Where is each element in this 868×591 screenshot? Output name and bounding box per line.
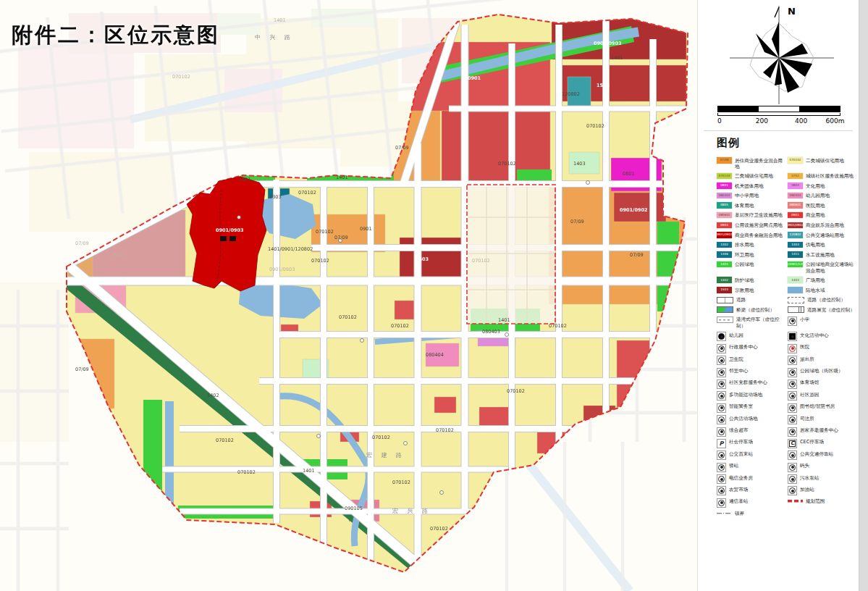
parcel-label: 1401 [611, 55, 623, 61]
legend-label: 公园绿地（街区级） [800, 368, 843, 374]
legend-label: 驿站 [729, 463, 738, 469]
parcel-label: 070102 [436, 427, 454, 433]
legend-label: 排水用地 [735, 242, 754, 248]
legend-label: 文化活动中心 [800, 332, 829, 338]
parcel-label: 070102 [498, 161, 516, 167]
parcel-label: 07/09 [570, 219, 584, 225]
legend-entry: 港湾式停车（虚位控制） [717, 317, 786, 329]
party-mass-center-icon [717, 380, 726, 389]
legend-label: 社会停车场 [729, 439, 753, 445]
legend-entry: 码头 [788, 463, 856, 472]
legend-row: 公交首末站公共交通停靠站 [717, 450, 854, 460]
legend-entry: 综合超市 [717, 427, 786, 437]
parcel-label: 07/09 [334, 235, 348, 240]
parcel-label: 07/09 [75, 366, 89, 372]
legend-title: 图例 [717, 136, 854, 150]
legend-label: 幼儿园用地 [806, 193, 830, 199]
highlighted-parcel[interactable] [187, 177, 266, 291]
parcel-label: 1401 [498, 317, 510, 323]
legend-entry: 公共活动场地 [717, 415, 786, 424]
legend-label: 陆地水域 [806, 287, 825, 293]
north-arrow [720, 3, 838, 109]
legend-label: 医院用地 [806, 202, 825, 209]
legend-entry: 邻里中心 [717, 368, 786, 377]
parcel-label: 070102 [172, 74, 190, 80]
legend-row: 幼儿园文化活动中心 [717, 332, 854, 341]
parcel-label: 1401 [239, 177, 251, 183]
legend-entry: 派出所 [788, 356, 856, 365]
telecom-office-icon [717, 474, 726, 484]
community-garden-icon [788, 391, 797, 401]
legend-entry: 公共交通停靠站 [788, 450, 856, 460]
legend-label: 码头 [800, 463, 809, 469]
police-station-icon [788, 356, 797, 365]
school-icon [788, 317, 797, 326]
legend-swatch: 0801 [717, 183, 732, 189]
legend-entry: 0702城镇社区服务设施用地 [788, 173, 856, 180]
legend-swatch: 1503 [717, 287, 732, 293]
scope-line-symbol [788, 498, 803, 505]
cec-parking-icon [788, 439, 797, 448]
legend-entry: 幼儿园 [717, 332, 786, 341]
parcel-label: 070102 [237, 469, 256, 475]
parcel-label: 070102 [472, 258, 490, 264]
parcel-label: 1401/0901/120802 [268, 246, 313, 252]
legend-row: 智能警务室图书馆/智慧书房 [717, 403, 854, 413]
parcel-label: 07/09 [75, 240, 89, 246]
legend-label: 港湾式停车（虚位控制） [736, 317, 786, 329]
legend-label: 通信基站 [729, 498, 748, 505]
legend-row: 1503宗教用地陆地水域 [717, 287, 854, 293]
legend-row: 1302排水用地1303供电用地 [717, 242, 854, 248]
legend-label: 公共交通停靠站 [800, 450, 833, 457]
legend-swatch: 080403 [717, 193, 732, 199]
legend-entry: 080601医院用地 [788, 202, 856, 209]
parcel-label: 0901/0903 [216, 227, 244, 233]
legend-entry: 居家养老服务中心 [788, 427, 856, 437]
legend-entry: 陆地水域 [788, 287, 856, 293]
legend-label: 文化用地 [806, 183, 825, 189]
panel-divider [704, 130, 853, 131]
legend-label: 综合超市 [729, 427, 748, 434]
gas-station-icon [788, 486, 797, 495]
kindergarten-icon [717, 332, 726, 341]
legend-row: 080403中小学用地080404幼儿园用地 [717, 193, 854, 199]
legend-swatch: 0702 [788, 173, 803, 180]
legend-swatch: 080404 [788, 193, 803, 199]
legend-entry: 智能警务室 [717, 403, 786, 413]
legend-label: 规划范围 [806, 498, 825, 505]
legend-label: 基层医疗卫生设施用地 [735, 212, 783, 219]
legend-row: 07/09居住商业服务业混合用地070102二类城镇住宅用地 [717, 157, 854, 169]
legend-entry: 070103三类城镇住宅用地 [717, 173, 786, 180]
legend-row: 道路道路（虚位控制） [717, 297, 854, 303]
page: 0901/09031401/0901/120802130307010207010… [0, 0, 868, 591]
smart-police-room-icon [717, 403, 726, 413]
legend-entry: 公交首末站 [717, 450, 786, 460]
right-scroll-strip[interactable] [859, 0, 868, 591]
legend-swatch: 07/09 [717, 157, 732, 164]
legend-label: 中小学用地 [735, 193, 759, 199]
legend-entry: 080404幼儿园用地 [788, 193, 856, 199]
culture-center-icon [788, 332, 797, 341]
parcel-label: 1303 [269, 194, 282, 200]
legend-row: 行政服务中心医院 [717, 344, 854, 353]
legend-entry: 医院 [788, 344, 856, 353]
parcel-label: 0801 [623, 171, 635, 177]
public-activity-icon [717, 415, 726, 424]
legend-entry [788, 510, 856, 516]
road-label: 宏 建 路 [366, 452, 405, 458]
legend-entry: 道路（虚位控制） [788, 297, 856, 303]
legend-panel: N 0 200 400 600m 图例 07/09居住商业服务业混合用地0701… [697, 0, 859, 591]
legend-entry: 07/09居住商业服务业混合用地 [717, 157, 786, 169]
parcel-label: 07/09 [630, 252, 644, 258]
legend-row: 多功能运动场地社区游园 [717, 391, 854, 401]
legend-entry: 1303供电用地 [788, 242, 856, 248]
admin-service-icon [717, 344, 726, 353]
legend-entry: CEC停车场 [788, 439, 856, 448]
road-dashed-symbol [788, 297, 804, 303]
legend-row: 0901/0903商业商务金融混合用地120802公共交通场站用地 [717, 232, 854, 238]
legend-label: 公园绿地商业交通场站混合用地 [806, 261, 856, 274]
excluded-zone [467, 185, 555, 324]
legend-icon-list: 幼儿园文化活动中心行政服务中心医院卫生院派出所邻里中心公园绿地（街区级）社区党群… [717, 332, 854, 516]
legend-swatch: 1302 [717, 242, 732, 248]
comm-base-station-icon [717, 498, 726, 508]
